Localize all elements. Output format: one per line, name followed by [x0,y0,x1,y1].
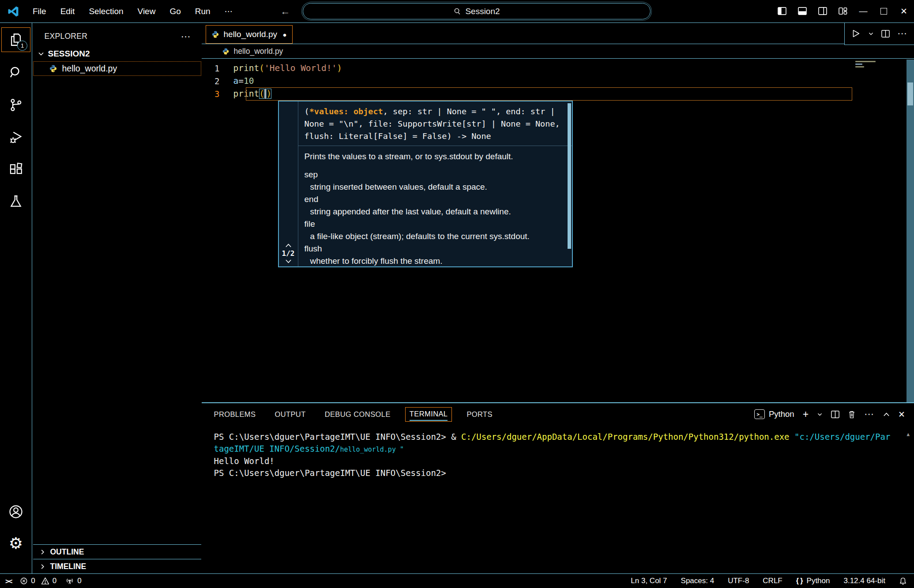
run-debug-icon [8,130,23,145]
terminal-line: PS C:\Users\dguer\PartageIMT\UE INFO\Ses… [214,431,914,443]
menu-item-file[interactable]: File [26,4,53,19]
pager-up-icon[interactable] [285,243,292,248]
language-mode[interactable]: { } Python [796,577,830,585]
editor-toolbar: ⋯ [844,23,914,45]
sidebar-item-extensions[interactable] [1,157,30,182]
timeline-section[interactable]: TIMELINE [33,559,201,573]
code-line[interactable]: 2a = 10 [202,75,914,87]
code-line[interactable]: 3print() [202,87,914,100]
scroll-up-arrow-icon[interactable]: ▲ [906,429,910,441]
signature-content: (*values: object, sep: str | None = " ",… [298,101,572,266]
menu-item-selection[interactable]: Selection [82,4,130,19]
terminal-output[interactable]: ▲ PS C:\Users\dguer\PartageIMT\UE INFO\S… [202,425,914,479]
doc-line: file [305,218,565,230]
terminal-shell-selector[interactable]: >_ Python [754,409,794,419]
code-token: ) [337,63,342,73]
remote-icon[interactable]: >< [5,577,11,585]
layout-sidebar-right-icon[interactable] [812,0,833,22]
code-token: ) [266,89,271,99]
pager-down-icon[interactable] [285,259,292,264]
split-editor-icon[interactable] [881,30,890,38]
breadcrumb[interactable]: hello_world.py [202,44,914,59]
problems-status[interactable]: 0 0 [20,577,56,585]
sidebar-item-run-debug[interactable] [1,125,30,150]
terminal-shell-label: Python [769,409,794,419]
layout-customize-icon[interactable] [833,0,853,22]
sidebar-item-explorer[interactable]: 1 [1,27,30,52]
ports-count: 0 [77,577,81,585]
dirty-dot-icon[interactable]: ● [282,31,286,38]
file-hello-world[interactable]: hello_world.py [33,61,201,76]
sidebar-item-search[interactable] [1,60,30,85]
sidebar-item-testing[interactable] [1,189,30,214]
trash-icon[interactable] [848,410,856,419]
tab-hello-world[interactable]: hello_world.py ● [206,25,293,44]
folder-session2[interactable]: SESSION2 [33,47,201,61]
nav-back-button[interactable]: ← [281,6,290,17]
menu-item-run[interactable]: Run [188,4,218,19]
status-bar: >< 0 0 0 Ln 3, Col 7 Spaces: 4 UTF-8 CRL… [0,573,914,588]
line-number: 2 [202,76,233,86]
minimize-icon[interactable]: — [853,0,873,22]
ports-status[interactable]: 0 [65,577,81,585]
doc-line: string appended after the last value, de… [305,206,565,218]
signature-text: (*values: object, sep: str | None = " ",… [298,101,572,146]
indentation[interactable]: Spaces: 4 [681,577,715,585]
outline-section[interactable]: OUTLINE [33,544,201,559]
doc-line: Prints the values to a stream, or to sys… [305,150,565,163]
layout-panel-icon[interactable] [792,0,812,22]
bell-icon[interactable] [899,577,907,585]
search-icon [8,65,23,80]
code-token: a [233,76,239,86]
editor-scrollbar[interactable] [906,60,914,402]
new-terminal-icon[interactable]: + [803,409,809,419]
layout-sidebar-left-icon[interactable] [772,0,792,22]
split-terminal-icon[interactable] [831,410,839,419]
menu-item-go[interactable]: Go [162,4,188,19]
more-actions-icon[interactable]: ⋯ [864,412,875,416]
close-icon[interactable]: ✕ [894,0,914,22]
menu-item-view[interactable]: View [131,4,163,19]
chevron-down-icon[interactable] [817,412,823,417]
braces-icon: { } [796,577,804,585]
panel-tab-ports[interactable]: PORTS [466,410,493,419]
signature-line: None = "\n", file: SupportsWrite[str] | … [305,118,565,130]
python-file-icon [222,48,229,55]
testing-icon [8,194,23,209]
cursor-position[interactable]: Ln 3, Col 7 [631,577,667,585]
explorer-more-actions-icon[interactable]: ⋯ [181,35,192,38]
run-dropdown-chevron-icon[interactable] [868,31,874,37]
maximize-panel-icon[interactable] [883,412,890,417]
extensions-icon [8,162,23,177]
terminal-segment: hello_world.py [340,446,395,453]
account-button[interactable] [1,499,30,524]
close-panel-icon[interactable]: ✕ [898,410,905,419]
code-area[interactable]: 1print('Hello World!')2a = 103print() [202,59,914,100]
menu-item-[interactable]: ⋯ [218,4,240,19]
doc-line: flush [305,243,565,255]
encoding[interactable]: UTF-8 [728,577,749,585]
signature-pager: 1/2 [279,101,298,266]
eol-sequence[interactable]: CRLF [763,577,782,585]
code-token: 'Hello World!' [264,63,337,73]
panel-tab-debug-console[interactable]: DEBUG CONSOLE [325,410,391,419]
command-center-search[interactable]: Session2 [303,3,651,19]
menu-item-edit[interactable]: Edit [53,4,82,19]
python-version[interactable]: 3.12.4 64-bit [843,577,885,585]
panel-actions: >_ Python + ⋯ ✕ [754,409,905,419]
panel-tab-problems[interactable]: PROBLEMS [214,410,256,419]
panel-tab-output[interactable]: OUTPUT [275,410,305,419]
signature-line: flush: Literal[False] = False) -> None [305,130,565,142]
more-actions-icon[interactable]: ⋯ [897,32,908,35]
run-button-icon[interactable] [851,29,861,38]
code-line[interactable]: 1print('Hello World!') [202,62,914,75]
tooltip-scrollbar[interactable] [568,103,571,249]
minimap[interactable] [855,61,886,69]
signature-line: (*values: object, sep: str | None = " ",… [305,105,565,118]
settings-button[interactable]: ⚙ [1,531,30,556]
maximize-icon[interactable] [873,0,894,22]
scrollbar-slider[interactable] [907,82,913,105]
sidebar-item-source-control[interactable] [1,93,30,117]
panel-tab-terminal[interactable]: TERMINAL [405,407,452,422]
signature-help-tooltip: 1/2 (*values: object, sep: str | None = … [278,101,573,267]
